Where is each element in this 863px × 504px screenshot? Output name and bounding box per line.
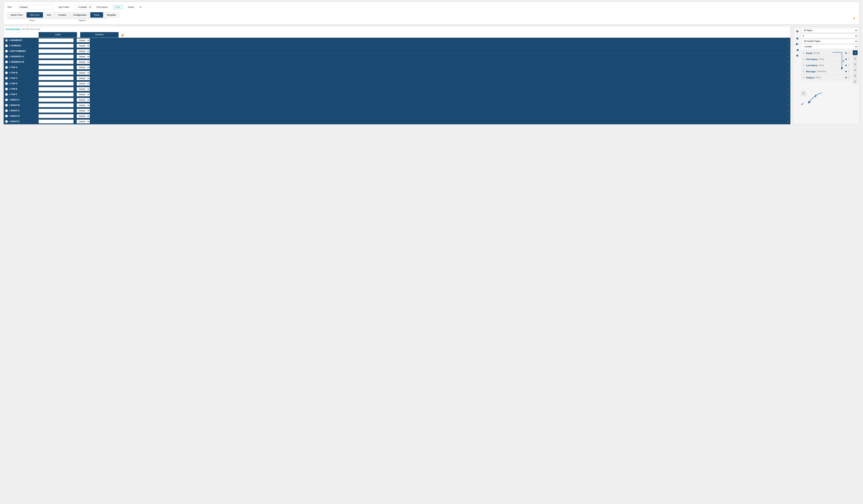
- row-variation-14: - Default -: [77, 114, 90, 118]
- row-variation-select-3[interactable]: - Default -: [77, 55, 90, 59]
- row-variation-select-7[interactable]: - Default -: [77, 76, 90, 80]
- row-label-input-9[interactable]: [39, 87, 74, 91]
- row-variation-select-12[interactable]: - Default -: [77, 103, 90, 107]
- editor-button[interactable]: Editor: [113, 5, 123, 9]
- row-variation-select-1[interactable]: - Default -: [77, 44, 90, 48]
- row-radio-3[interactable]: [5, 55, 8, 58]
- number-btn-6[interactable]: 6: [853, 79, 858, 84]
- field-edit-icon-2[interactable]: ✎: [803, 64, 805, 67]
- row-radio-12[interactable]: [5, 104, 8, 107]
- row-indicator-7: ○: [787, 77, 789, 80]
- row-radio-6[interactable]: [5, 72, 8, 74]
- row-radio-7[interactable]: [5, 77, 8, 80]
- row-variation-select-14[interactable]: - Default -: [77, 114, 90, 118]
- row-variation-select-15[interactable]: - Default -: [77, 119, 90, 123]
- tab-admin-form[interactable]: Admin Form: [7, 12, 26, 17]
- row-variation-select-9[interactable]: - Default -: [77, 87, 90, 91]
- row-radio-2[interactable]: [5, 50, 8, 52]
- row-label-input-13[interactable]: [39, 109, 74, 113]
- tab-template[interactable]: Template: [103, 12, 119, 17]
- field-drag-icon-4[interactable]: ⠿: [848, 76, 850, 79]
- field-edit-icon-1[interactable]: ✎: [803, 58, 805, 61]
- number-btn-2[interactable]: 2: [853, 56, 858, 61]
- down-left-arrow-button[interactable]: ↙: [801, 101, 804, 106]
- row-variation-select-11[interactable]: - Default -: [77, 98, 90, 102]
- tab-intro[interactable]: Intro: [43, 12, 54, 17]
- all-types-select[interactable]: - All Types -: [801, 28, 858, 33]
- row-variation-select-0[interactable]: - Default -: [77, 38, 90, 42]
- row-radio-11[interactable]: [5, 99, 8, 101]
- row-variation-select-10[interactable]: - Default -: [77, 92, 90, 96]
- field-drag-icon-1[interactable]: ⠿: [848, 58, 850, 61]
- field-drag-icon-0[interactable]: ⠿: [848, 52, 850, 54]
- plus-button[interactable]: +: [796, 29, 799, 34]
- row-label-input-4[interactable]: [39, 60, 74, 64]
- number-btn-3[interactable]: 3: [853, 62, 858, 67]
- field-type-2: (Text): [818, 64, 824, 66]
- row-variation-1: - Default -: [77, 44, 90, 48]
- row-label-input-5[interactable]: [39, 65, 74, 69]
- row-variation-select-2[interactable]: - Default -: [77, 49, 90, 53]
- row-radio-10[interactable]: [5, 93, 8, 96]
- row-radio-0[interactable]: [5, 39, 8, 42]
- row-label-input-14[interactable]: [39, 114, 74, 118]
- tab-configuration[interactable]: Configuration: [70, 12, 90, 17]
- row-radio-9[interactable]: [5, 88, 8, 90]
- field-name-4: Subject: [806, 76, 814, 79]
- nav-left-button[interactable]: ◄: [795, 47, 800, 52]
- nav-up-button[interactable]: ▲: [795, 36, 800, 41]
- row-variation-select-6[interactable]: - Default -: [77, 71, 90, 75]
- row-radio-1[interactable]: [5, 45, 8, 47]
- row-label-input-10[interactable]: [39, 92, 74, 96]
- field-arrow-left-3[interactable]: ◄: [844, 70, 847, 73]
- field-drag-icon-2[interactable]: ⠿: [848, 64, 850, 67]
- row-label-input-6[interactable]: [39, 71, 74, 75]
- row-label-input-12[interactable]: [39, 103, 74, 107]
- contact-select[interactable]: -- Contact: [801, 45, 858, 49]
- nav-right-button[interactable]: ►: [795, 41, 800, 47]
- construction-row-10: # TOP-F - Default - ○: [4, 92, 790, 97]
- row-label-input-2[interactable]: [39, 49, 74, 53]
- row-label-input-7[interactable]: [39, 76, 74, 80]
- field-arrow-left-2[interactable]: ◄: [844, 64, 847, 67]
- row-radio-5[interactable]: [5, 66, 8, 69]
- row-radio-14[interactable]: [5, 115, 8, 117]
- hash-select[interactable]: #: [801, 34, 858, 38]
- number-btn-4[interactable]: 4: [853, 67, 858, 73]
- number-btn-1[interactable]: 1: [853, 50, 858, 55]
- row-variation-select-5[interactable]: - Default -: [77, 65, 90, 69]
- row-radio-15[interactable]: [5, 120, 8, 123]
- row-variation-select-8[interactable]: - Default -: [77, 82, 90, 86]
- row-label-input-8[interactable]: [39, 82, 74, 86]
- row-name-0: # MAINBODY: [9, 39, 37, 41]
- row-variation-select-13[interactable]: - Default -: [77, 109, 90, 113]
- all-content-types-select[interactable]: - All Content Types -: [801, 39, 858, 43]
- row-radio-4[interactable]: [5, 61, 8, 63]
- field-edit-icon-0[interactable]: ✎: [803, 52, 805, 54]
- nav-down-button[interactable]: ▼: [795, 53, 800, 59]
- app-folder-select[interactable]: -- Contact: [75, 5, 91, 10]
- field-edit-icon-4[interactable]: ✎: [803, 76, 805, 79]
- title-input[interactable]: [18, 5, 53, 10]
- field-arrow-left-1[interactable]: ◄: [844, 58, 847, 61]
- field-arrow-left-4[interactable]: ◄: [844, 76, 847, 79]
- number-btn-5[interactable]: 5: [853, 73, 858, 78]
- row-label-input-3[interactable]: [39, 55, 74, 59]
- field-arrow-left-0[interactable]: ◄: [844, 51, 847, 55]
- tab-fields[interactable]: Fields: [90, 12, 103, 17]
- field-edit-icon-3[interactable]: ✎: [803, 70, 805, 73]
- row-label-input-1[interactable]: [39, 44, 74, 48]
- tabs-row: Admin Form Site Form Intro Content Confi…: [7, 12, 856, 22]
- tab-content[interactable]: Content: [55, 12, 70, 17]
- field-drag-icon-3[interactable]: ⠿: [848, 70, 850, 73]
- row-radio-13[interactable]: [5, 109, 8, 112]
- row-label-input-11[interactable]: [39, 98, 74, 102]
- construction-row-5: # TOP-A - Default - ○: [4, 65, 790, 70]
- row-radio-8[interactable]: [5, 82, 8, 85]
- row-label-input-0[interactable]: [39, 38, 74, 42]
- row-variation-select-4[interactable]: - Default -: [77, 60, 90, 64]
- row-variation-5: - Default -: [77, 65, 90, 69]
- row-variation-10: - Default -: [77, 92, 90, 96]
- row-label-input-15[interactable]: [39, 119, 74, 123]
- tab-site-form[interactable]: Site Form: [27, 12, 43, 17]
